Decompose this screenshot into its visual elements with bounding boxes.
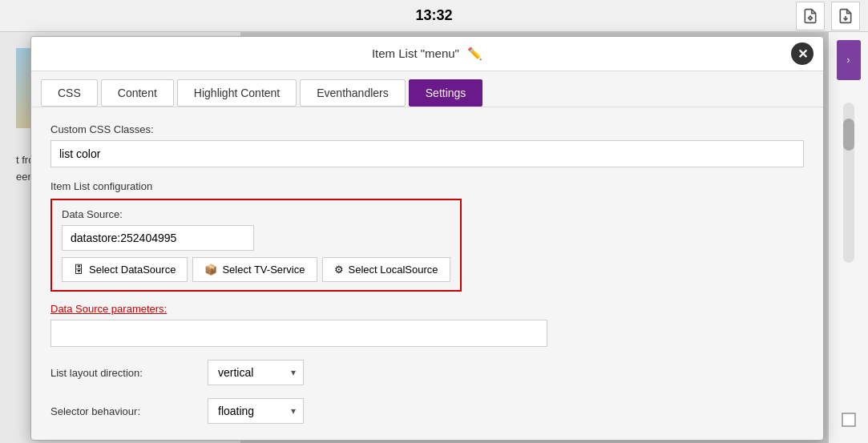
tv-icon: 📦 (204, 264, 217, 276)
tab-settings[interactable]: Settings (409, 79, 483, 107)
scrollbar-track (843, 103, 854, 263)
sidebar-toggle[interactable]: › (837, 40, 861, 80)
file-download-button[interactable] (831, 2, 860, 30)
list-layout-label: List layout direction: (50, 367, 195, 379)
local-icon: ⚙ (334, 264, 344, 276)
data-source-input[interactable] (62, 225, 254, 251)
selector-behaviour-label: Selector behaviour: (50, 405, 195, 417)
tab-content[interactable]: Content (101, 79, 174, 107)
datasource-icon: 🗄 (74, 264, 84, 276)
tab-css[interactable]: CSS (41, 79, 98, 107)
list-layout-select[interactable]: vertical horizontal (208, 360, 304, 385)
list-layout-row: List layout direction: vertical horizont… (50, 360, 804, 385)
top-bar-icons (796, 2, 860, 30)
modal-title-text: Item List "menu" (372, 46, 459, 60)
data-source-buttons: 🗄 Select DataSource 📦 Select TV-Service … (62, 257, 450, 282)
modal-title: Item List "menu" ✏️ (372, 46, 482, 61)
chevron-right-icon: › (847, 54, 850, 66)
selector-behaviour-select-wrapper: floating fixed none (208, 398, 304, 424)
file-settings-button[interactable] (796, 2, 825, 30)
custom-css-label: Custom CSS Classes: (50, 123, 804, 135)
svg-point-0 (809, 16, 811, 18)
select-local-button[interactable]: ⚙ Select LocalSource (322, 257, 450, 282)
tab-bar: CSS Content Highlight Content Eventhandl… (31, 71, 823, 107)
data-source-label: Data Source: (62, 208, 450, 220)
select-local-label: Select LocalSource (349, 264, 438, 276)
tab-highlight[interactable]: Highlight Content (177, 79, 297, 107)
modal-close-button[interactable]: ✕ (791, 42, 813, 65)
clock: 13:32 (415, 7, 452, 24)
close-label: ✕ (797, 46, 808, 62)
select-datasource-label: Select DataSource (89, 264, 176, 276)
top-bar: 13:32 (0, 0, 868, 32)
select-tv-button[interactable]: 📦 Select TV-Service (192, 257, 317, 282)
select-datasource-button[interactable]: 🗄 Select DataSource (62, 257, 188, 282)
tab-eventhandlers[interactable]: Eventhandlers (300, 79, 406, 107)
select-tv-label: Select TV-Service (222, 264, 305, 276)
right-checkbox[interactable] (842, 413, 856, 427)
selector-behaviour-select[interactable]: floating fixed none (208, 398, 304, 424)
data-source-box: Data Source: 🗄 Select DataSource 📦 Selec… (50, 199, 462, 292)
ds-params-label: Data Source parameters: (50, 303, 804, 315)
item-list-config-title: Item List configuration (50, 180, 804, 192)
modal: Item List "menu" ✏️ ✕ CSS Content Highli… (30, 36, 824, 441)
edit-icon[interactable]: ✏️ (467, 46, 482, 60)
list-layout-select-wrapper: vertical horizontal (208, 360, 304, 385)
custom-css-input[interactable] (50, 140, 804, 167)
modal-header: Item List "menu" ✏️ ✕ (31, 37, 823, 71)
selector-behaviour-row: Selector behaviour: floating fixed none (50, 398, 804, 424)
modal-body: Custom CSS Classes: Item List configurat… (31, 107, 823, 440)
scrollbar-thumb[interactable] (843, 119, 854, 151)
ds-params-input[interactable] (50, 320, 547, 347)
right-sidebar: › (828, 32, 868, 443)
